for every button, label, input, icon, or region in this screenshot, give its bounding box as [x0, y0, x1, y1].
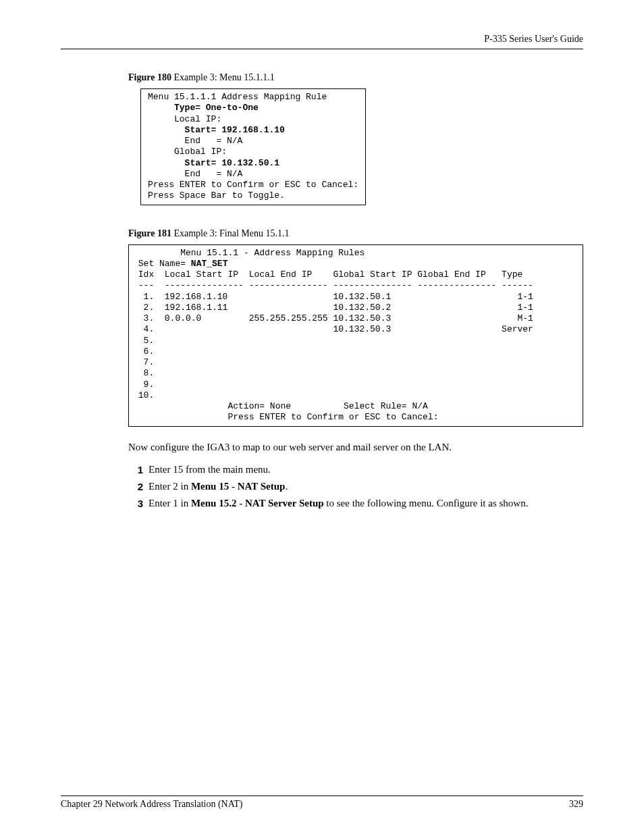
footer-rule — [61, 796, 583, 796]
header-rule — [61, 49, 583, 49]
term-line: End = N/A — [148, 136, 242, 146]
step-number: 1 — [128, 464, 143, 475]
page-number: 329 — [569, 799, 583, 810]
term-line: Press ENTER to Confirm or ESC to Cancel: — [133, 412, 438, 422]
table-row: 7. — [133, 357, 154, 367]
term-line: Menu 15.1.1 - Address Mapping Rules — [133, 248, 365, 258]
figure-180-terminal: Menu 15.1.1.1 Address Mapping Rule Type=… — [140, 88, 366, 205]
menu-ref: Menu 15 - NAT Setup — [191, 481, 285, 492]
figure-180-label: Figure 180 — [128, 72, 171, 82]
body-paragraph: Now configure the IGA3 to map to our web… — [128, 442, 583, 453]
figure-180-title: Example 3: Menu 15.1.1.1 — [171, 72, 275, 82]
table-row: 2. 192.168.1.11 10.132.50.2 1-1 — [133, 303, 533, 313]
step-number: 2 — [128, 481, 143, 492]
table-row: 4. 10.132.50.3 Server — [133, 324, 533, 334]
step-text-part: to see the following menu. Configure it … — [324, 498, 529, 509]
term-line: Start= 192.168.1.10 — [148, 125, 285, 135]
term-line: Press Space Bar to Toggle. — [148, 190, 285, 201]
list-item: 1 Enter 15 from the main menu. — [128, 464, 583, 475]
step-text: Enter 2 in Menu 15 - NAT Setup. — [149, 481, 583, 492]
menu-ref: Menu 15.2 - NAT Server Setup — [191, 498, 324, 509]
step-text-part: Enter 1 in — [149, 498, 191, 509]
term-line: Menu 15.1.1.1 Address Mapping Rule — [148, 92, 327, 102]
figure-181-title: Example 3: Final Menu 15.1.1 — [171, 228, 290, 238]
main-content: Figure 180 Example 3: Menu 15.1.1.1 Menu… — [128, 72, 583, 509]
step-text: Enter 1 in Menu 15.2 - NAT Server Setup … — [149, 498, 583, 509]
term-line: Press ENTER to Confirm or ESC to Cancel: — [148, 180, 358, 190]
figure-181-caption: Figure 181 Example 3: Final Menu 15.1.1 — [128, 228, 583, 239]
table-row: 6. — [133, 346, 154, 357]
term-line: Local IP: — [148, 114, 221, 124]
table-row: 8. — [133, 368, 154, 378]
figure-181-terminal: Menu 15.1.1 - Address Mapping Rules Set … — [128, 244, 583, 427]
step-text: Enter 15 from the main menu. — [149, 464, 583, 475]
table-row: 5. — [133, 336, 154, 346]
step-text-part: . — [285, 481, 288, 492]
figure-180-caption: Figure 180 Example 3: Menu 15.1.1.1 — [128, 72, 583, 83]
list-item: 2 Enter 2 in Menu 15 - NAT Setup. — [128, 481, 583, 492]
list-item: 3 Enter 1 in Menu 15.2 - NAT Server Setu… — [128, 498, 583, 509]
term-line: --- --------------- --------------- ----… — [133, 280, 533, 290]
chapter-title: Chapter 29 Network Address Translation (… — [61, 799, 242, 810]
term-line: Action= None Select Rule= N/A — [133, 401, 428, 411]
set-name-value: NAT_SET — [191, 259, 228, 269]
page: P-335 Series User's Guide Figure 180 Exa… — [0, 0, 644, 834]
step-number: 3 — [128, 498, 143, 509]
table-row: 9. — [133, 380, 154, 390]
figure-181-label: Figure 181 — [128, 228, 171, 238]
steps-list: 1 Enter 15 from the main menu. 2 Enter 2… — [128, 464, 583, 509]
page-footer: Chapter 29 Network Address Translation (… — [61, 796, 583, 810]
term-line: Global IP: — [148, 147, 227, 157]
term-line: Start= 10.132.50.1 — [148, 158, 279, 168]
table-row: 10. — [133, 390, 154, 400]
table-row: 1. 192.168.1.10 10.132.50.1 1-1 — [133, 292, 533, 302]
table-row: 3. 0.0.0.0 255.255.255.255 10.132.50.3 M… — [133, 313, 533, 323]
term-line: Type= One-to-One — [148, 103, 259, 113]
term-line: Set Name= — [133, 259, 191, 269]
step-text-part: Enter 2 in — [149, 481, 191, 492]
footer-row: Chapter 29 Network Address Translation (… — [61, 799, 583, 810]
term-line: Idx Local Start IP Local End IP Global S… — [133, 269, 522, 280]
term-line: End = N/A — [148, 169, 242, 179]
header-guide-title: P-335 Series User's Guide — [61, 34, 583, 45]
